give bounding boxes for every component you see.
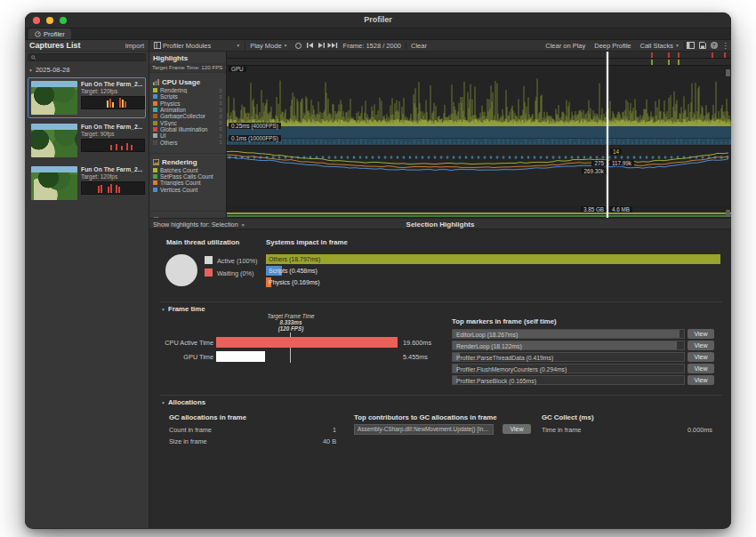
legend-rendering[interactable]: Rendering≡ xyxy=(149,87,226,93)
legend-setpass-calls-count[interactable]: SetPass Calls Count xyxy=(149,173,226,180)
drag-handle-icon[interactable]: ≡ xyxy=(219,114,222,119)
view-button[interactable]: View xyxy=(688,329,714,339)
view-button[interactable]: View xyxy=(503,424,531,434)
drag-handle-icon[interactable]: ≡ xyxy=(219,108,222,113)
chart-scroll-handle[interactable] xyxy=(726,69,730,76)
color-swatch xyxy=(153,180,157,185)
size-in-frame-value: 40 B xyxy=(256,437,336,445)
drag-handle-icon[interactable]: ≡ xyxy=(219,140,222,145)
view-button[interactable]: View xyxy=(688,352,714,362)
legend-vertices-count[interactable]: Vertices Count xyxy=(149,187,226,193)
color-swatch xyxy=(153,168,157,172)
marker-row-parsethreaddata[interactable]: Profiler.ParseThreadData (0.419ms) xyxy=(452,352,685,362)
clear-button[interactable]: Clear xyxy=(406,40,431,51)
system-bar-scripts[interactable]: Scripts (0.458ms) xyxy=(266,266,720,276)
kebab-menu-icon: ⋮ xyxy=(722,42,729,50)
search-icon xyxy=(31,55,36,60)
legend-label: Physics xyxy=(160,100,216,107)
frame-time-section-header[interactable]: ▼ Frame time xyxy=(161,305,205,313)
capture-item-1[interactable]: Fun On The Farm_2... Target: 120fps xyxy=(28,77,146,118)
legend-scripts[interactable]: Scripts≡ xyxy=(149,93,226,100)
legend-vsync[interactable]: VSync≡ xyxy=(149,119,226,125)
clear-on-play-toggle[interactable]: Clear on Play xyxy=(541,40,590,51)
play-mode-dropdown[interactable]: Play Mode ▼ xyxy=(245,40,292,51)
save-button[interactable] xyxy=(696,40,708,51)
legend-label: Triangles Count xyxy=(160,180,222,186)
context-menu-button[interactable]: ⋮ xyxy=(720,40,731,51)
marker-row-parseblock[interactable]: Profiler.ParseBlock (0.165ms) xyxy=(452,375,685,385)
view-button[interactable]: View xyxy=(688,364,714,373)
marker-label: Profiler.FlushMemoryCounters (0.294ms) xyxy=(456,366,567,373)
legend-others[interactable]: Others≡ xyxy=(149,139,226,145)
gridline-label-025ms: 0.25ms (4000FPS) xyxy=(229,123,281,129)
module-highlights[interactable]: Highlights xyxy=(149,52,226,63)
drag-handle-icon[interactable]: ≡ xyxy=(219,133,222,139)
capture-name: Fun On The Farm_2... xyxy=(81,81,142,87)
current-frame-marker[interactable] xyxy=(607,52,608,218)
system-bar-others[interactable]: Others (18.797ms) xyxy=(266,254,720,264)
call-stacks-dropdown[interactable]: Call Stacks ▼ xyxy=(636,40,684,51)
captures-search[interactable] xyxy=(28,53,146,61)
highlights-gpu-row[interactable]: GPU xyxy=(227,59,731,66)
capture-group-header[interactable]: ▼ 2025-08-28 xyxy=(25,63,149,76)
count-in-frame-value: 1 xyxy=(256,426,336,434)
record-button[interactable] xyxy=(293,40,304,51)
tab-profiler[interactable]: Profiler xyxy=(28,28,71,39)
drag-handle-icon[interactable]: ≡ xyxy=(219,126,222,132)
module-rendering[interactable]: Rendering xyxy=(149,156,226,167)
highlights-cpu-row[interactable]: CPU xyxy=(227,52,731,59)
legend-triangles-count[interactable]: Triangles Count xyxy=(149,180,226,186)
layout-panel-button[interactable] xyxy=(685,40,696,51)
memory-scroll-handle[interactable] xyxy=(726,210,730,217)
legend-global-illumination[interactable]: Global Illumination≡ xyxy=(149,126,226,132)
import-button[interactable]: Import xyxy=(125,42,144,50)
color-swatch xyxy=(153,101,157,106)
contributor-item[interactable]: Assembly-CSharp.dll!:NewMovement.Update(… xyxy=(354,424,494,435)
legend-ui[interactable]: UI≡ xyxy=(149,132,226,139)
marker-row-flushmemorycounters[interactable]: Profiler.FlushMemoryCounters (0.294ms) xyxy=(452,364,685,373)
previous-frame-button[interactable] xyxy=(304,40,316,51)
next-frame-button[interactable] xyxy=(316,40,327,51)
chevron-down-icon: ▼ xyxy=(675,43,680,48)
help-button[interactable]: ? xyxy=(708,40,720,51)
module-cpu-usage[interactable]: CPU Usage xyxy=(149,76,226,87)
time-in-frame-label: Time in frame xyxy=(542,426,581,434)
top-contributors-title: Top contributors to GC allocations in fr… xyxy=(354,413,497,421)
record-icon xyxy=(295,43,302,49)
capture-item-3[interactable]: Fun On The Farm_2... Target: 120fps xyxy=(28,163,146,204)
target-frame-time-dropdown[interactable]: Target Frame Time: 120 FPS ▼ xyxy=(149,63,226,73)
legend-label: Others xyxy=(160,140,216,146)
legend-animation[interactable]: Animation≡ xyxy=(149,107,226,113)
section-title: Allocations xyxy=(168,398,205,406)
marker-row-renderloop[interactable]: RenderLoop (18.122ms) xyxy=(452,341,685,350)
marker-row-editorloop[interactable]: EditorLoop (18.267ms) xyxy=(452,329,685,339)
profiler-charts[interactable]: CPU GPU 0.25ms (4000FPS) 0.1ms (10000FPS… xyxy=(227,52,731,218)
allocations-section-header[interactable]: ▼ Allocations xyxy=(161,398,205,406)
capture-thumbnail xyxy=(31,166,77,200)
capture-item-2[interactable]: Fun On The Farm_2... Target: 90fps xyxy=(28,120,146,161)
show-highlights-for-dropdown[interactable]: Show highlights for: Selection ▼ xyxy=(153,220,245,228)
play-mode-label: Play Mode xyxy=(250,42,281,50)
current-frame-button[interactable] xyxy=(327,40,339,51)
marker-label: Profiler.ParseBlock (0.165ms) xyxy=(456,378,536,384)
profiler-modules-dropdown[interactable]: Profiler Modules ▼ xyxy=(149,40,245,51)
drag-handle-icon[interactable]: ≡ xyxy=(219,100,222,106)
memory-value-left: 3.85 GB xyxy=(581,206,607,212)
drag-handle-icon[interactable]: ≡ xyxy=(219,94,222,100)
legend-physics[interactable]: Physics≡ xyxy=(149,100,226,107)
deep-profile-toggle[interactable]: Deep Profile xyxy=(590,40,635,51)
drag-handle-icon[interactable]: ≡ xyxy=(219,88,222,93)
search-input[interactable] xyxy=(38,54,142,60)
legend-label: UI xyxy=(160,132,216,139)
legend-label: Vertices Count xyxy=(160,187,222,193)
drag-handle-icon[interactable]: ≡ xyxy=(219,120,222,125)
legend-label: Rendering xyxy=(160,87,216,93)
system-bar-physics[interactable]: Physics (0.169ms) xyxy=(266,277,720,287)
waiting-swatch xyxy=(205,268,213,277)
gpu-time-label: GPU Time xyxy=(149,353,213,361)
legend-garbagecollector[interactable]: GarbageCollector≡ xyxy=(149,113,226,119)
view-button[interactable]: View xyxy=(688,375,714,385)
view-button[interactable]: View xyxy=(688,341,714,350)
legend-label: Animation xyxy=(160,107,216,113)
legend-batches-count[interactable]: Batches Count xyxy=(149,167,226,173)
